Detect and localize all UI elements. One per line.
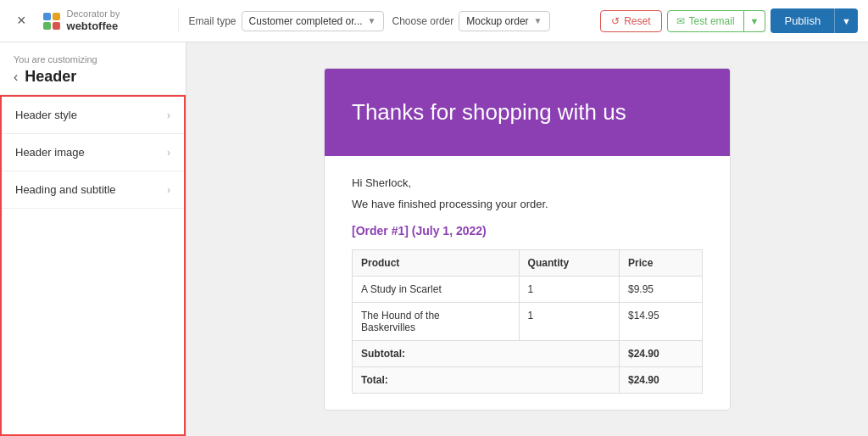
sidebar-header: You are customizing ‹ Header xyxy=(0,42,186,95)
brand-text: Decorator by webtoffee xyxy=(67,8,120,33)
subtotal-row: Subtotal: $24.90 xyxy=(353,341,703,367)
publish-dropdown-button[interactable]: ▼ xyxy=(834,8,858,33)
email-order-title: [Order #1] (July 1, 2022) xyxy=(352,224,703,238)
back-button[interactable]: ‹ xyxy=(14,70,18,85)
table-row: A Study in Scarlet 1 $9.95 xyxy=(353,277,703,303)
reset-button[interactable]: ↺ Reset xyxy=(600,10,661,32)
sidebar-item-label: Header image xyxy=(15,146,85,159)
brand-logo: Decorator by webtoffee xyxy=(43,8,179,33)
sidebar-item-label: Header style xyxy=(15,109,77,121)
choose-order-group: Choose order Mockup order ▼ xyxy=(392,11,550,31)
subtotal-value: $24.90 xyxy=(619,341,702,367)
email-preview: Thanks for shopping with us Hi Sherlock,… xyxy=(324,68,731,411)
col-price: Price xyxy=(619,250,702,277)
test-email-label: Test email xyxy=(689,15,735,27)
subtotal-label: Subtotal: xyxy=(353,341,620,367)
email-body: Hi Sherlock, We have finished processing… xyxy=(325,156,730,411)
main-layout: You are customizing ‹ Header Header styl… xyxy=(0,42,868,436)
choose-order-label: Choose order xyxy=(392,15,454,27)
logo-sq4 xyxy=(53,22,60,30)
chevron-right-icon: › xyxy=(167,184,170,196)
test-email-button[interactable]: ✉ Test email xyxy=(667,10,744,32)
topbar: × Decorator by webtoffee Email type Cust… xyxy=(0,0,868,42)
col-product: Product xyxy=(353,250,520,277)
brand-icon xyxy=(43,13,60,30)
sidebar-item-label: Heading and subtitle xyxy=(15,183,116,196)
total-label: Total: xyxy=(353,367,620,394)
brand-name: webtoffee xyxy=(67,20,120,33)
choose-order-value: Mockup order xyxy=(466,15,528,27)
quantity-cell: 1 xyxy=(519,303,619,341)
chevron-right-icon: › xyxy=(167,147,170,159)
close-button[interactable]: × xyxy=(10,8,33,33)
choose-order-chevron-icon: ▼ xyxy=(534,16,542,25)
sidebar-section-title: Header xyxy=(25,68,76,86)
logo-sq3 xyxy=(43,22,51,30)
topbar-actions: ↺ Reset ✉ Test email ▼ Publish ▼ xyxy=(600,8,858,33)
sidebar-item-heading-subtitle[interactable]: Heading and subtitle › xyxy=(2,171,184,209)
reset-label: Reset xyxy=(624,15,650,27)
email-header-banner: Thanks for shopping with us xyxy=(325,69,730,156)
email-intro: We have finished processing your order. xyxy=(352,198,703,210)
email-type-value: Customer completed or... xyxy=(249,15,363,27)
sidebar-item-header-image[interactable]: Header image › xyxy=(2,134,184,171)
logo-sq1 xyxy=(43,13,51,20)
product-cell: The Hound of theBaskervilles xyxy=(353,303,520,341)
col-quantity: Quantity xyxy=(519,250,619,277)
logo-sq2 xyxy=(53,13,60,20)
quantity-cell: 1 xyxy=(519,277,619,303)
billing-heading: Billing address xyxy=(352,409,703,411)
sidebar-header-row: ‹ Header xyxy=(14,68,172,86)
email-header-title: Thanks for shopping with us xyxy=(352,99,703,126)
reset-icon: ↺ xyxy=(611,15,620,27)
sidebar-menu: Header style › Header image › Heading an… xyxy=(0,95,186,436)
customizing-label: You are customizing xyxy=(14,54,172,64)
choose-order-dropdown[interactable]: Mockup order ▼ xyxy=(459,11,549,31)
chevron-right-icon: › xyxy=(167,109,170,121)
total-value: $24.90 xyxy=(619,367,702,394)
test-email-group: ✉ Test email ▼ xyxy=(667,10,766,32)
table-row: The Hound of theBaskervilles 1 $14.95 xyxy=(353,303,703,341)
topbar-controls: Email type Customer completed or... ▼ Ch… xyxy=(189,11,591,31)
sidebar-item-header-style[interactable]: Header style › xyxy=(2,97,184,134)
email-type-label: Email type xyxy=(189,15,236,27)
envelope-icon: ✉ xyxy=(676,15,685,27)
email-type-chevron-icon: ▼ xyxy=(368,16,376,25)
email-type-dropdown[interactable]: Customer completed or... ▼ xyxy=(242,11,384,31)
content-area: Thanks for shopping with us Hi Sherlock,… xyxy=(186,42,868,436)
sidebar: You are customizing ‹ Header Header styl… xyxy=(0,42,186,436)
test-email-dropdown-button[interactable]: ▼ xyxy=(744,10,766,32)
publish-button[interactable]: Publish xyxy=(771,8,834,33)
product-cell: A Study in Scarlet xyxy=(353,277,520,303)
order-table: Product Quantity Price A Study in Scarle… xyxy=(352,249,703,394)
price-cell: $9.95 xyxy=(619,277,702,303)
total-row: Total: $24.90 xyxy=(353,367,703,394)
publish-group: Publish ▼ xyxy=(771,8,858,33)
price-cell: $14.95 xyxy=(619,303,702,341)
email-greeting: Hi Sherlock, xyxy=(352,176,703,189)
brand-by: Decorator by xyxy=(67,8,120,20)
email-type-group: Email type Customer completed or... ▼ xyxy=(189,11,384,31)
